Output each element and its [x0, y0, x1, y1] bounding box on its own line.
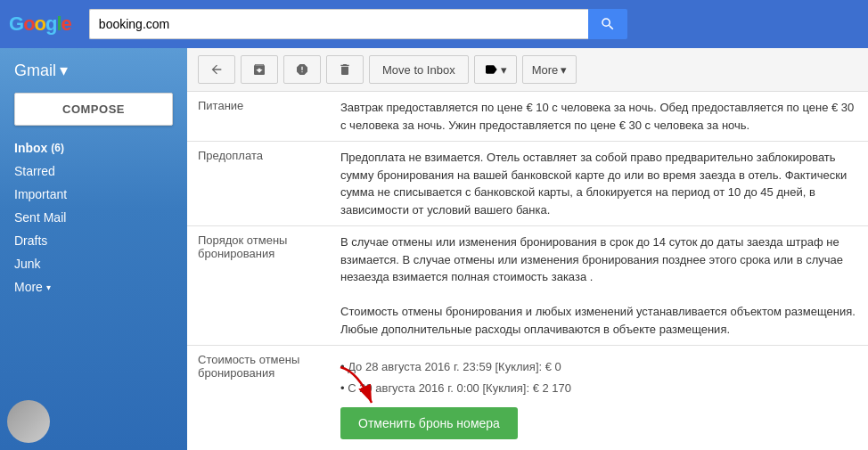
section-label-предоплата: Предоплата	[187, 142, 330, 226]
search-input[interactable]	[89, 9, 588, 39]
sent-label: Sent Mail	[14, 210, 66, 225]
important-label: Important	[14, 187, 67, 201]
sidebar-item-important[interactable]: Important	[0, 183, 187, 206]
more-button-label: More	[532, 63, 559, 77]
email-info-table: Питание Завтрак предоставляется по цене …	[187, 92, 868, 446]
section-value-стоимость: До 28 августа 2016 г. 23:59 [Куклия]: € …	[330, 346, 868, 447]
label-icon	[484, 62, 498, 77]
compose-button[interactable]: COMPOSE	[14, 93, 173, 126]
cancellation-list: До 28 августа 2016 г. 23:59 [Куклия]: € …	[340, 356, 857, 398]
table-row: Предоплата Предоплата не взимается. Отел…	[187, 142, 868, 226]
back-button[interactable]	[198, 55, 235, 84]
section-value-порядок: В случае отмены или изменения бронирован…	[330, 226, 868, 346]
more-button[interactable]: More ▾	[522, 55, 577, 84]
main-layout: Gmail ▾ COMPOSE Inbox (6) Starred Import…	[0, 48, 868, 450]
email-content: Питание Завтрак предоставляется по цене …	[187, 92, 868, 450]
section-label-питание: Питание	[187, 92, 330, 142]
labels-button[interactable]: ▾	[474, 55, 517, 84]
section-value-питание: Завтрак предоставляется по цене € 10 с ч…	[330, 92, 868, 142]
section-label-порядок: Порядок отмены бронирования	[187, 226, 330, 346]
section-value-предоплата: Предоплата не взимается. Отель оставляет…	[330, 142, 868, 226]
delete-button[interactable]	[326, 55, 364, 84]
content-area: Move to Inbox ▾ More ▾ Питание Завтрак п…	[187, 48, 868, 450]
gmail-text: Gmail	[14, 61, 56, 80]
labels-dropdown-arrow: ▾	[501, 63, 507, 77]
red-arrow-icon	[323, 363, 394, 416]
sidebar-item-sent[interactable]: Sent Mail	[0, 206, 187, 229]
move-inbox-button[interactable]: Move to Inbox	[369, 55, 469, 84]
spam-button[interactable]	[283, 55, 321, 84]
more-dropdown-arrow: ▾	[561, 63, 567, 77]
sidebar-item-junk[interactable]: Junk	[0, 252, 187, 275]
sidebar-bottom	[0, 393, 187, 450]
back-icon	[209, 62, 224, 77]
archive-button[interactable]	[241, 55, 278, 84]
junk-label: Junk	[14, 257, 41, 271]
toolbar: Move to Inbox ▾ More ▾	[187, 48, 868, 92]
sidebar-item-drafts[interactable]: Drafts	[0, 229, 187, 252]
google-logo: Google	[9, 12, 71, 36]
table-row: Питание Завтрак предоставляется по цене …	[187, 92, 868, 142]
spam-icon	[295, 62, 309, 77]
cancel-button-container: Отменить бронь номера	[340, 407, 857, 439]
top-bar: Google	[0, 0, 868, 48]
gmail-dropdown-arrow[interactable]: ▾	[60, 61, 68, 80]
trash-icon	[338, 62, 352, 77]
drafts-label: Drafts	[14, 233, 47, 248]
inbox-label: Inbox	[14, 141, 47, 155]
gmail-label: Gmail ▾	[0, 55, 187, 89]
more-arrow-icon: ▾	[46, 282, 51, 292]
cancel-list-item-1: До 28 августа 2016 г. 23:59 [Куклия]: € …	[340, 356, 857, 378]
search-icon	[600, 16, 616, 32]
sidebar: Gmail ▾ COMPOSE Inbox (6) Starred Import…	[0, 48, 187, 450]
more-label: More	[14, 280, 43, 294]
search-bar	[89, 9, 859, 39]
sidebar-more[interactable]: More ▾	[0, 275, 187, 299]
section-label-стоимость: Стоимость отмены бронирования	[187, 346, 330, 447]
archive-icon	[252, 62, 266, 77]
table-row: Порядок отмены бронирования В случае отм…	[187, 226, 868, 346]
table-row: Стоимость отмены бронирования До 28 авгу…	[187, 346, 868, 447]
sidebar-item-inbox[interactable]: Inbox (6)	[0, 136, 187, 160]
avatar	[7, 400, 50, 443]
search-button[interactable]	[588, 9, 627, 39]
cancel-list-item-2: С 29 августа 2016 г. 0:00 [Куклия]: € 2 …	[340, 378, 857, 399]
starred-label: Starred	[14, 164, 55, 178]
inbox-badge: (6)	[51, 142, 64, 154]
sidebar-item-starred[interactable]: Starred	[0, 160, 187, 183]
